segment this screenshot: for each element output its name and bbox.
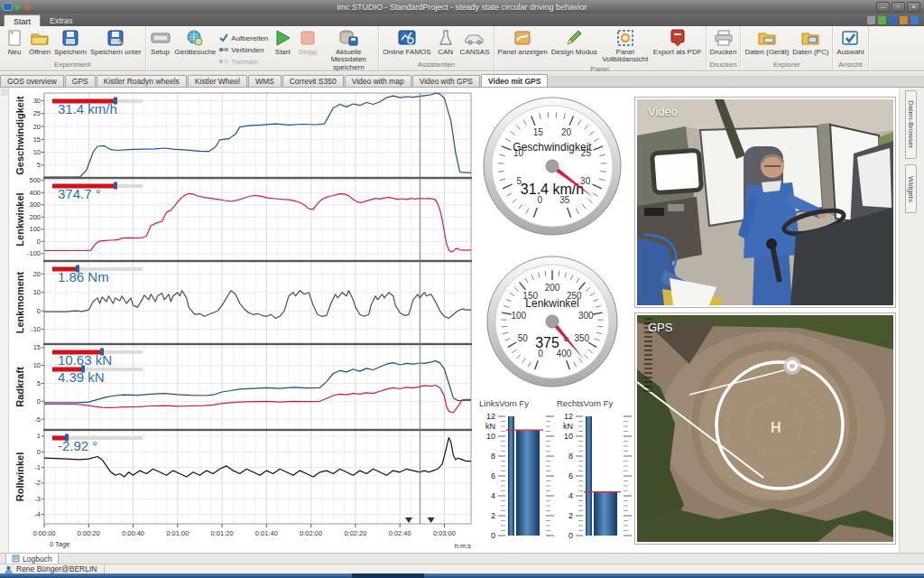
panel-tab-correvit-s350[interactable]: Correvit S350 bbox=[282, 75, 344, 87]
stop-button[interactable]: Stopp bbox=[295, 27, 320, 72]
restore-button[interactable]: ▫ bbox=[892, 2, 905, 12]
svg-text:2: 2 bbox=[568, 511, 573, 520]
svg-text:Lenkwinkel: Lenkwinkel bbox=[525, 297, 578, 310]
setup-button[interactable]: Setup bbox=[148, 27, 173, 72]
ribbon-group-panel: Panel anzeigen Design Modus Panel Vollbi… bbox=[494, 26, 707, 70]
svg-text:10: 10 bbox=[33, 361, 41, 369]
svg-text:0:00:00: 0:00:00 bbox=[32, 529, 55, 537]
group-label-experiment: Experiment bbox=[0, 61, 145, 70]
svg-text:4: 4 bbox=[568, 491, 573, 500]
drucken-button[interactable]: Drucken bbox=[708, 27, 739, 61]
svg-text:0 Tage: 0 Tage bbox=[50, 540, 69, 548]
svg-text:0:01:00: 0:01:00 bbox=[166, 529, 189, 537]
panel-tab-gos-overview[interactable]: GOS overview bbox=[0, 75, 64, 87]
imc-logo-icon bbox=[3, 3, 13, 11]
panel-vollbild-button[interactable]: Panel Vollbildansicht bbox=[599, 27, 651, 65]
car-icon bbox=[464, 28, 485, 48]
ribbon-tab-extras[interactable]: Extras bbox=[41, 14, 82, 26]
daten-pc-button[interactable]: Daten (PC) bbox=[790, 27, 830, 61]
svg-text:Radkraft: Radkraft bbox=[14, 367, 25, 407]
minimize-button[interactable]: – bbox=[876, 2, 890, 12]
svg-text:30: 30 bbox=[33, 97, 41, 105]
svg-text:Lenkwinkel: Lenkwinkel bbox=[14, 192, 25, 246]
export-pdf-button[interactable]: Export als PDF bbox=[651, 27, 704, 65]
imc-studio-window: imc STUDIO - StandardProject - steady st… bbox=[0, 0, 924, 578]
svg-text:Geschwindigkeit: Geschwindigkeit bbox=[14, 96, 25, 175]
panel-tab-kistler-wheel[interactable]: Kistler Wheel bbox=[188, 75, 247, 87]
panel-show-icon bbox=[512, 28, 533, 48]
svg-text:100: 100 bbox=[511, 311, 526, 321]
group-label-drucken: Drucken bbox=[707, 61, 741, 70]
start-quick-icon[interactable] bbox=[15, 4, 22, 11]
panel-tab-bar: GOS overviewGPSKistler Roadyn wheelsKist… bbox=[0, 76, 924, 88]
tab-widgets[interactable]: Widgets bbox=[905, 164, 917, 213]
group-label-assistenten: Assistenten bbox=[379, 61, 493, 70]
pdf-export-icon bbox=[667, 28, 688, 48]
svg-text:20: 20 bbox=[561, 127, 572, 137]
bar-meter-label-right: RechtsVorn Fy bbox=[557, 398, 613, 408]
panel-tab-wms[interactable]: WMS bbox=[248, 75, 282, 87]
strip-chart-stack[interactable]: 51015202530Geschwindigkeit31.4 km/h-1000… bbox=[13, 92, 473, 553]
panel-tab-gps[interactable]: GPS bbox=[65, 75, 96, 87]
panel-tab-video-mit-gps[interactable]: Video mit GPS bbox=[481, 74, 548, 87]
svg-text:374.7 °: 374.7 ° bbox=[58, 186, 101, 201]
device-action-list: Aufbereiten Verbinden Trennen bbox=[217, 27, 270, 72]
save-as-button[interactable]: Speichern unter bbox=[88, 27, 143, 61]
save-button[interactable]: Speichern bbox=[52, 27, 88, 61]
open-button[interactable]: Öffnen bbox=[27, 27, 52, 61]
close-button[interactable]: × bbox=[907, 2, 920, 12]
video-panel[interactable]: Video bbox=[634, 97, 896, 308]
tab-daten-browser[interactable]: Daten-Browser bbox=[905, 90, 917, 159]
cansas-button[interactable]: CANSAS bbox=[458, 27, 492, 61]
save-as-floppy-icon bbox=[105, 28, 126, 48]
quick-access-toolbar bbox=[0, 3, 54, 11]
start-play-icon bbox=[272, 28, 293, 48]
ribbon-tab-start[interactable]: Start bbox=[4, 14, 41, 26]
bar-meter-rechtsvorn[interactable]: 024681012kN bbox=[555, 411, 638, 546]
stop-quick-icon[interactable] bbox=[24, 4, 31, 10]
collapse-ribbon-icon[interactable] bbox=[867, 16, 875, 24]
svg-text:0:01:40: 0:01:40 bbox=[255, 529, 278, 537]
design-modus-button[interactable]: Design Modus bbox=[550, 27, 599, 65]
start-button[interactable]: Start bbox=[270, 27, 295, 72]
online-famos-button[interactable]: Online FAMOS bbox=[381, 27, 432, 61]
title-bar: imc STUDIO - StandardProject - steady st… bbox=[0, 0, 924, 14]
verbinden-item[interactable]: Verbinden bbox=[219, 44, 268, 56]
edit-icon[interactable] bbox=[878, 16, 886, 24]
trennen-item[interactable]: Trennen bbox=[219, 56, 268, 68]
svg-text:Geschwindigkeit: Geschwindigkeit bbox=[513, 141, 592, 154]
aufbereiten-item[interactable]: Aufbereiten bbox=[219, 33, 268, 44]
ribbon-group-geraetesteuerung: Setup Gerätesuche Aufbereiten Verbinden bbox=[146, 26, 380, 70]
svg-text:0:02:00: 0:02:00 bbox=[300, 529, 322, 537]
panel-tab-video-with-map[interactable]: Video with map bbox=[345, 75, 411, 87]
ribbon-group-drucken: Drucken Drucken bbox=[707, 26, 742, 70]
speed-gauge[interactable]: 05101520253035Geschwindigkeit31.4 km/h bbox=[482, 96, 623, 237]
info-icon[interactable] bbox=[889, 16, 897, 24]
svg-text:10: 10 bbox=[486, 432, 495, 441]
status-bar: Rene Bünger@BERLIN bbox=[0, 564, 924, 573]
svg-text:12: 12 bbox=[486, 412, 495, 421]
scroll-top-box[interactable] bbox=[1, 89, 8, 96]
auswahl-button[interactable]: Auswahl bbox=[835, 27, 865, 61]
panel-anzeigen-button[interactable]: Panel anzeigen bbox=[496, 27, 550, 65]
can-button[interactable]: CAN bbox=[433, 27, 458, 61]
help-icon[interactable] bbox=[910, 16, 919, 24]
svg-text:20: 20 bbox=[33, 123, 41, 131]
panel-tab-video-with-gps[interactable]: Video with GPS bbox=[412, 75, 480, 87]
gps-panel[interactable]: H GPS bbox=[634, 312, 896, 545]
svg-text:4.39 kN: 4.39 kN bbox=[58, 369, 105, 385]
device-search-button[interactable]: Gerätesuche bbox=[173, 27, 218, 72]
daten-geraet-button[interactable]: Daten (Gerät) bbox=[743, 27, 790, 61]
left-scroll-strip[interactable] bbox=[0, 88, 9, 553]
panel-tab-kistler-roadyn-wheels[interactable]: Kistler Roadyn wheels bbox=[97, 75, 187, 87]
user-mode-icon[interactable] bbox=[900, 16, 908, 24]
connect-icon bbox=[219, 45, 228, 54]
svg-text:6: 6 bbox=[568, 471, 573, 480]
new-button[interactable]: Neu bbox=[2, 27, 27, 61]
steering-angle-gauge[interactable]: 050100150200250300350400Lenkwinkel375 ° bbox=[485, 255, 619, 388]
open-folder-icon bbox=[29, 28, 51, 48]
bar-meter-linksvorn[interactable]: 024681012kN bbox=[477, 411, 560, 546]
svg-text:0:02:20: 0:02:20 bbox=[344, 529, 366, 537]
svg-text:-3: -3 bbox=[34, 495, 41, 503]
save-current-data-button[interactable]: Aktuelle Messdaten speichern bbox=[320, 27, 376, 72]
